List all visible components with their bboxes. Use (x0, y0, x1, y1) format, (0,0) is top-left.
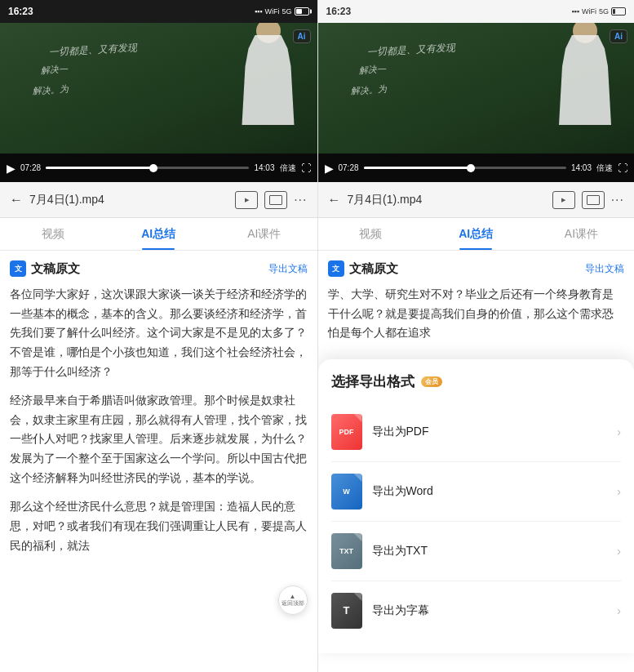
right-fullscreen-button[interactable]: ⛶ (618, 162, 627, 174)
right-blackboard: 一切都是、又有发现 解决一 解决。为 (318, 23, 635, 154)
right-total-time: 14:03 (571, 163, 592, 172)
chalk-line-3: 解决。为 (33, 83, 69, 97)
right-ai-badge: Ai (610, 29, 627, 43)
left-video-controls: ▶ 07:28 14:03 倍速 ⛶ (0, 154, 317, 182)
right-pdf-arrow: › (617, 425, 621, 438)
left-tv-button[interactable] (235, 191, 258, 209)
right-wifi-icon: WiFi (582, 7, 596, 16)
right-tab-ai-summary[interactable]: AI总结 (423, 218, 529, 250)
chalk-line-2: 解决一 (41, 63, 69, 76)
left-speed-button[interactable]: 倍速 (280, 162, 296, 174)
left-battery-icon (295, 7, 309, 16)
right-word-label: 导出为Word (372, 484, 433, 499)
right-export-option-word[interactable]: W 导出为Word › (331, 462, 622, 522)
left-network-icon: 5G (282, 7, 291, 16)
right-pdf-label: 导出为PDF (372, 425, 429, 439)
right-nav-bar: ← 7月4日(1).mp4 ··· (318, 182, 635, 218)
left-section-title: 文稿原文 (31, 261, 80, 277)
right-content-area: 文 文稿原文 导出文稿 学、大学、研究生对不对？毕业之后还有一个终身教育是干什么… (318, 251, 635, 359)
left-tab-ai-summary[interactable]: AI总结 (106, 218, 212, 250)
left-tab-ai-course[interactable]: AI课件 (211, 218, 317, 250)
left-status-bar: 16:23 ▪▪▪ WiFi 5G (0, 0, 317, 23)
right-section-title: 文稿原文 (349, 261, 398, 277)
left-total-time: 14:03 (254, 163, 274, 172)
left-section-title-wrap: 文 文稿原文 (10, 260, 80, 277)
left-scroll-top-button[interactable]: ▲ 返回顶部 (278, 585, 308, 615)
left-phone-panel: 16:23 ▪▪▪ WiFi 5G 一切都是、又有发现 解决一 解决。为 Ai … (0, 0, 317, 672)
right-export-modal-title: 选择导出格式 (331, 372, 415, 391)
right-progress-bar[interactable] (364, 167, 566, 169)
right-status-right: ▪▪▪ WiFi 5G (571, 7, 626, 16)
left-nav-bar: ← 7月4日(1).mp4 ··· (0, 182, 317, 218)
right-export-option-subtitle[interactable]: T 导出为字幕 › (331, 581, 622, 640)
left-current-time: 07:28 (20, 163, 41, 172)
right-play-button[interactable]: ▶ (325, 162, 334, 175)
right-tabs: 视频 AI总结 AI课件 (318, 218, 635, 251)
left-more-button[interactable]: ··· (294, 193, 307, 207)
right-chalk-line-3: 解决。为 (350, 83, 387, 97)
right-screen-button[interactable] (582, 191, 605, 209)
left-export-button[interactable]: 导出文稿 (268, 262, 308, 276)
right-txt-label: 导出为TXT (372, 544, 428, 559)
right-video-area[interactable]: 一切都是、又有发现 解决一 解决。为 Ai ▶ 07:28 14:03 倍速 ⛶ (318, 23, 635, 182)
right-txt-icon: TXT (331, 533, 362, 569)
teacher-body (236, 35, 301, 125)
right-back-button[interactable]: ← (328, 193, 341, 207)
left-nav-icons: ··· (235, 191, 307, 209)
right-teacher-body (552, 35, 618, 125)
left-ai-badge: Ai (293, 29, 311, 43)
right-pdf-icon: PDF (331, 414, 362, 450)
right-more-button[interactable]: ··· (611, 193, 624, 207)
right-chalk-line-1: 一切都是、又有发现 (366, 41, 455, 60)
left-status-right: ▪▪▪ WiFi 5G (255, 7, 309, 16)
right-export-option-txt[interactable]: TXT 导出为TXT › (331, 522, 622, 581)
left-section-header: 文 文稿原文 导出文稿 (10, 260, 308, 277)
right-signal-icon: ▪▪▪ (571, 7, 579, 16)
right-chalk-line-2: 解决一 (358, 63, 386, 76)
chalk-line-1: 一切都是、又有发现 (49, 41, 138, 60)
right-nav-icons: ··· (552, 191, 624, 209)
left-scroll-top-label: 返回顶部 (282, 600, 304, 607)
right-export-option-pdf[interactable]: PDF 导出为PDF › (331, 403, 622, 462)
right-subtitle-icon: T (331, 593, 362, 629)
right-tab-video[interactable]: 视频 (318, 218, 423, 250)
right-section-header: 文 文稿原文 导出文稿 (328, 260, 625, 277)
right-speed-button[interactable]: 倍速 (596, 162, 613, 174)
right-export-title-row: 选择导出格式 会员 (331, 372, 622, 391)
right-video-controls: ▶ 07:28 14:03 倍速 ⛶ (318, 154, 635, 182)
right-network-icon: 5G (599, 7, 609, 16)
right-battery-icon (611, 7, 626, 16)
right-progress-dot (467, 164, 475, 172)
right-teacher-figure (552, 35, 618, 125)
left-content-area[interactable]: 文 文稿原文 导出文稿 各位同学大家好，这次课跟大家谈一谈关于经济和经济学的一些… (0, 251, 317, 672)
left-paragraph-2: 经济最早来自于希腊语叫做家政管理。那个时候是奴隶社会，奴隶主家里有庄园，那么就得… (10, 391, 308, 487)
right-phone-panel: 16:23 ▪▪▪ WiFi 5G 一切都是、又有发现 解决一 解决。为 Ai … (317, 0, 635, 672)
right-battery-fill (613, 9, 615, 14)
left-play-button[interactable]: ▶ (7, 162, 16, 175)
left-paragraph-1: 各位同学大家好，这次课跟大家谈一谈关于经济和经济学的一些基本的概念，基本的含义。… (10, 285, 308, 381)
left-progress-bar[interactable] (46, 167, 249, 169)
right-progress-fill (364, 167, 472, 169)
left-section-icon: 文 (10, 260, 26, 277)
left-wifi-icon: WiFi (264, 7, 279, 16)
left-paragraph-3: 那么这个经世济民什么意思？就是管理国：造福人民的意思，对吧？或者我们有现在我们强… (10, 497, 308, 555)
right-status-bar: 16:23 ▪▪▪ WiFi 5G (318, 0, 635, 23)
left-battery-fill (296, 9, 302, 14)
left-progress-dot (149, 164, 157, 172)
left-video-area[interactable]: 一切都是、又有发现 解决一 解决。为 Ai ▶ 07:28 14:03 倍速 ⛶ (0, 23, 317, 182)
right-export-button[interactable]: 导出文稿 (585, 262, 624, 276)
teacher-figure (236, 35, 301, 125)
left-blackboard: 一切都是、又有发现 解决一 解决。为 (0, 23, 317, 154)
right-section-title-wrap: 文 文稿原文 (328, 260, 398, 277)
right-subtitle-arrow: › (617, 604, 621, 617)
left-back-button[interactable]: ← (10, 193, 23, 207)
left-tab-video[interactable]: 视频 (0, 218, 106, 250)
left-screen-button[interactable] (264, 191, 287, 209)
left-status-time: 16:23 (8, 6, 33, 17)
right-tab-ai-course[interactable]: AI课件 (529, 218, 634, 250)
right-tv-button[interactable] (552, 191, 575, 209)
left-fullscreen-button[interactable]: ⛶ (301, 162, 311, 174)
right-export-modal: 选择导出格式 会员 PDF 导出为PDF › W 导出为Word › TXT (318, 359, 635, 653)
right-preview-text: 学、大学、研究生对不对？毕业之后还有一个终身教育是干什么呢？就是要提高我们自身的… (328, 285, 625, 349)
left-text-content: 各位同学大家好，这次课跟大家谈一谈关于经济和经济学的一些基本的概念，基本的含义。… (10, 285, 308, 555)
